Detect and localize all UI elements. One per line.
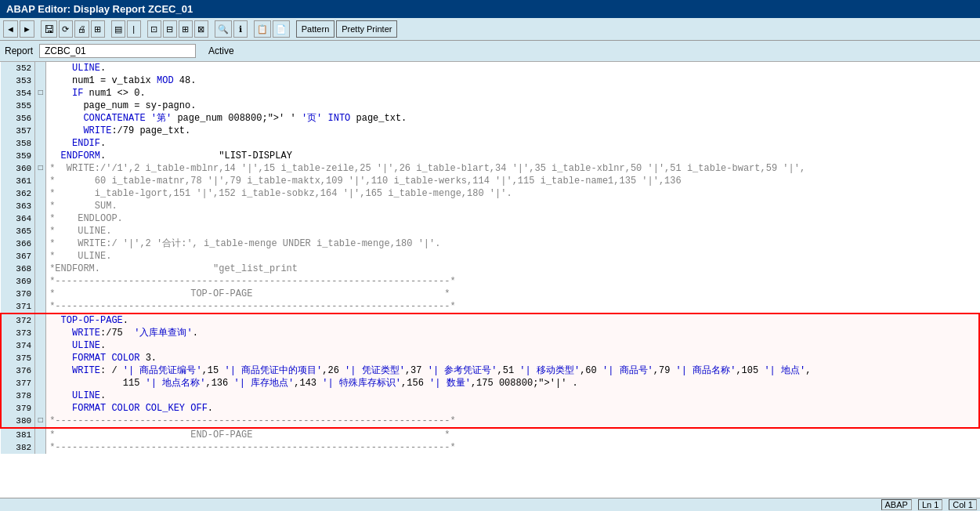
- table-row: 356 CONCATENATE '第' page_num 008800;">' …: [1, 112, 979, 125]
- line-expand[interactable]: [35, 339, 46, 352]
- line-number: 352: [1, 62, 35, 74]
- toolbar-btn-11[interactable]: 🔍: [215, 20, 232, 38]
- table-row: 359 ENDFORM. "LIST-DISPLAY: [1, 150, 979, 162]
- line-number: 356: [1, 112, 35, 125]
- status-col: Col 1: [949, 499, 977, 510]
- line-expand[interactable]: [35, 300, 46, 313]
- line-code: CONCATENATE '第' page_num 008800;">' ' '页…: [46, 112, 979, 125]
- line-code: IF num1 <> 0.: [46, 87, 979, 100]
- line-number: 375: [1, 352, 35, 364]
- line-expand[interactable]: □: [35, 87, 46, 100]
- line-code: TOP-OF-PAGE.: [46, 313, 979, 327]
- line-code: ENDIF.: [46, 137, 979, 150]
- line-expand[interactable]: [35, 377, 46, 390]
- line-expand[interactable]: [35, 275, 46, 288]
- table-row: 371 *-----------------------------------…: [1, 300, 979, 313]
- line-expand[interactable]: [35, 62, 46, 74]
- table-row: 377 115 '| 地点名称',136 '| 库存地点',143 '| 特殊库…: [1, 377, 979, 390]
- toolbar-btn-13[interactable]: 📋: [254, 20, 271, 38]
- line-number: 354: [1, 87, 35, 100]
- toolbar-btn-7[interactable]: ⊡: [147, 20, 161, 38]
- table-row: 364 * ENDLOOP.: [1, 212, 979, 225]
- line-number: 373: [1, 327, 35, 339]
- line-expand[interactable]: [35, 175, 46, 187]
- line-expand[interactable]: [35, 212, 46, 225]
- line-expand[interactable]: [35, 327, 46, 339]
- line-number: 362: [1, 187, 35, 200]
- table-row: 375 FORMAT COLOR 3.: [1, 352, 979, 364]
- line-expand[interactable]: [35, 237, 46, 250]
- table-row: 353 num1 = v_tabix MOD 48.: [1, 74, 979, 87]
- line-expand[interactable]: [35, 150, 46, 162]
- toolbar-btn-5[interactable]: ▤: [111, 20, 125, 38]
- line-code: *---------------------------------------…: [46, 441, 979, 454]
- line-expand[interactable]: [35, 288, 46, 300]
- line-expand[interactable]: [35, 225, 46, 237]
- toolbar-btn-8[interactable]: ⊟: [163, 20, 177, 38]
- toolbar-btn-12[interactable]: ℹ: [233, 20, 248, 38]
- line-number: 359: [1, 150, 35, 162]
- status-abap: ABAP: [881, 499, 912, 510]
- table-row: 358 ENDIF.: [1, 137, 979, 150]
- line-expand[interactable]: [35, 100, 46, 112]
- toolbar-btn-4[interactable]: ⊞: [91, 20, 105, 38]
- toolbar-btn-9[interactable]: ⊞: [179, 20, 193, 38]
- line-code: * 60 i_table-matnr,78 '|',79 i_table-mak…: [46, 175, 979, 187]
- line-number: 367: [1, 250, 35, 263]
- line-expand[interactable]: [35, 428, 46, 441]
- line-expand[interactable]: [35, 390, 46, 402]
- line-code: 115 '| 地点名称',136 '| 库存地点',143 '| 特殊库存标识'…: [46, 377, 979, 390]
- title-bar: ABAP Editor: Display Report ZCEC_01: [0, 0, 980, 18]
- line-expand[interactable]: [35, 364, 46, 377]
- line-expand[interactable]: □: [35, 415, 46, 428]
- report-value-input[interactable]: [39, 44, 196, 58]
- line-expand[interactable]: [35, 200, 46, 212]
- line-expand[interactable]: [35, 187, 46, 200]
- line-expand[interactable]: □: [35, 162, 46, 175]
- line-number: 363: [1, 200, 35, 212]
- line-expand[interactable]: [35, 74, 46, 87]
- line-number: 376: [1, 364, 35, 377]
- status-text: Active: [208, 45, 234, 56]
- line-code: * END-OF-PAGE *: [46, 428, 979, 441]
- code-container[interactable]: 352 ULINE. 353 num1 = v_tabix MOD 48. 35…: [0, 62, 980, 498]
- table-row: 366 * WRITE:/ '|',2 '合计:', i_table-menge…: [1, 237, 979, 250]
- line-expand[interactable]: [35, 352, 46, 364]
- line-expand[interactable]: [35, 137, 46, 150]
- toolbar-btn-3[interactable]: 🖨: [74, 20, 89, 38]
- back-button[interactable]: ◄: [3, 20, 18, 38]
- toolbar-btn-1[interactable]: 🖫: [41, 20, 57, 38]
- line-number: 357: [1, 125, 35, 137]
- pattern-button[interactable]: Pattern: [296, 20, 335, 38]
- line-code: * SUM.: [46, 200, 979, 212]
- line-expand[interactable]: [35, 263, 46, 275]
- toolbar-btn-6[interactable]: |: [127, 20, 141, 38]
- line-expand[interactable]: [35, 125, 46, 137]
- table-row: 354 □ IF num1 <> 0.: [1, 87, 979, 100]
- report-bar: Report Active: [0, 41, 980, 62]
- editor-area: 352 ULINE. 353 num1 = v_tabix MOD 48. 35…: [0, 62, 980, 498]
- pretty-printer-button[interactable]: Pretty Printer: [336, 20, 397, 38]
- toolbar-btn-14[interactable]: 📄: [273, 20, 290, 38]
- line-number: 368: [1, 263, 35, 275]
- toolbar-btn-2[interactable]: ⟳: [59, 20, 73, 38]
- table-row: 373 WRITE:/75 '入库单查询'.: [1, 327, 979, 339]
- table-row: 367 * ULINE.: [1, 250, 979, 263]
- line-expand[interactable]: [35, 402, 46, 415]
- table-row: 376 WRITE: / '| 商品凭证编号',15 '| 商品凭证中的项目',…: [1, 364, 979, 377]
- line-code: *ENDFORM. "get_list_print: [46, 263, 979, 275]
- table-row: 363 * SUM.: [1, 200, 979, 212]
- line-code: WRITE:/79 page_txt.: [46, 125, 979, 137]
- line-number: 379: [1, 402, 35, 415]
- line-expand[interactable]: [35, 250, 46, 263]
- table-row: 381 * END-OF-PAGE *: [1, 428, 979, 441]
- line-number: 374: [1, 339, 35, 352]
- line-expand[interactable]: [35, 441, 46, 454]
- report-label: Report: [5, 45, 33, 56]
- toolbar-btn-10[interactable]: ⊠: [194, 20, 208, 38]
- forward-button[interactable]: ►: [20, 20, 34, 38]
- line-expand[interactable]: [35, 313, 46, 327]
- line-number: 369: [1, 275, 35, 288]
- line-number: 365: [1, 225, 35, 237]
- line-expand[interactable]: [35, 112, 46, 125]
